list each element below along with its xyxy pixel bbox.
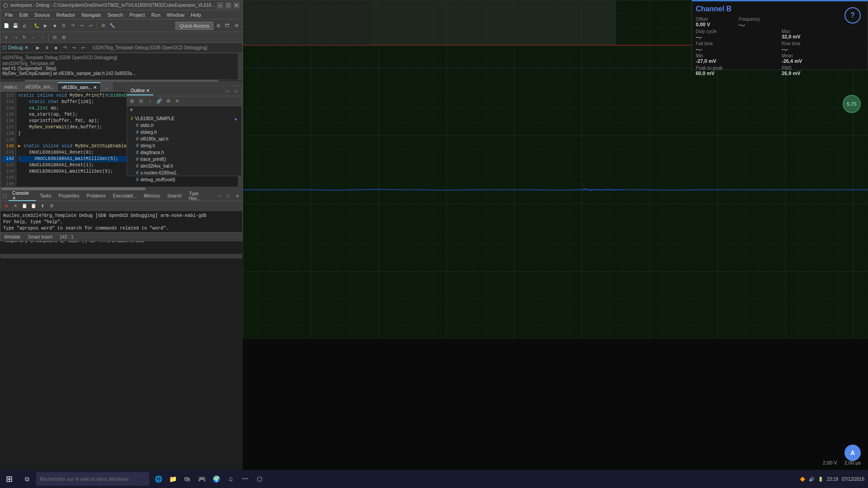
outline-max[interactable]: □ [232,87,241,95]
tb2-5[interactable]: → [38,33,47,42]
tab-outline[interactable]: Outline ✕ [127,87,153,95]
tab-console[interactable]: Console ✕ [9,191,36,201]
ot-2[interactable]: ⊟ [137,97,145,105]
console-max[interactable]: □ [224,192,232,200]
ot-1[interactable]: ⊞ [128,97,136,105]
console-scroll[interactable]: ⬇ [38,202,47,210]
taskbar-chrome[interactable]: 🌍 [211,474,222,484]
tab-properties[interactable]: Properties [55,191,83,201]
menu-help[interactable]: Help [188,11,204,19]
tab-vl6180x-sam[interactable]: vl6180x_sam... ✕ [58,82,101,91]
tb-save[interactable]: 💾 [11,22,19,30]
menu-search[interactable]: Search [105,11,126,19]
tab-executabl[interactable]: Executabl... [109,191,140,201]
tb-stop[interactable]: ■ [51,22,59,30]
outline-item-nucleo[interactable]: # x-nucleo-6180xa1. [129,169,240,176]
taskbar-explorer[interactable]: 📁 [167,474,178,484]
console-clear[interactable]: ✕ [11,202,19,210]
console-min[interactable]: ─ [215,192,223,200]
minimize-button[interactable]: ─ [217,2,223,9]
outline-item-string[interactable]: # string.h [129,142,240,149]
ot-6[interactable]: ✕ [173,97,181,105]
taskbar-game[interactable]: 🎮 [196,474,207,484]
tb2-expand[interactable]: ⊞ [60,33,68,42]
outline-item-vl6180x-api[interactable]: # vl6180x_api.h [129,136,240,142]
tb-new[interactable]: 📄 [2,22,10,30]
tb-build[interactable]: ⚙ [99,22,107,30]
horizontal-scrollbar[interactable] [0,187,242,191]
db-resume[interactable]: ▶ [34,44,42,52]
db-stop[interactable]: ■ [52,44,60,52]
outline-item-stdarg[interactable]: # stdarg.h [129,129,240,136]
ot-5[interactable]: ⚙ [164,97,172,105]
menu-file[interactable]: File [2,11,16,19]
tab-memory[interactable]: Memory [140,191,164,201]
outline-item-diag[interactable]: # diag\trace.h [129,149,240,156]
maximize-button[interactable]: □ [225,2,231,9]
menu-edit[interactable]: Edit [17,11,31,19]
taskbar-music[interactable]: ♫ [225,474,236,484]
outline-item-debug[interactable]: # debug_stuff(void) [129,176,240,183]
db-suspend[interactable]: ⏸ [43,44,51,52]
db-step[interactable]: ↷ [61,44,69,52]
tab-tasks[interactable]: Tasks [36,191,55,201]
tb2-2[interactable]: ↑↓ [11,33,19,42]
tab-type-hier[interactable]: Type Hier... [185,191,214,201]
taskbar-edge[interactable]: 🌐 [153,474,164,484]
scale-indicator-circle[interactable]: 5,75 [843,95,861,113]
tb-step[interactable]: ↷ [69,22,77,30]
outline-collapse[interactable]: ─ [223,87,231,95]
tab-search[interactable]: Search [164,191,185,201]
taskbar-ide[interactable]: ⬡ [254,474,265,484]
tb2-4[interactable]: ← [29,33,38,42]
tb-persp[interactable]: 🗔 [223,22,231,30]
console-stop[interactable]: ■ [2,202,10,210]
tb-print[interactable]: 🖨 [20,22,28,30]
taskbar-search-input[interactable] [36,472,149,486]
console-paste[interactable]: 📋 [29,202,38,210]
taskbar-task-view[interactable]: ⧉ [22,474,33,484]
ot-4[interactable]: 🔗 [155,97,163,105]
outline-item-trace[interactable]: # trace_printf() [129,156,240,163]
tab-vl6180x-sim[interactable]: vl6180x_sim... [21,82,58,91]
menu-source[interactable]: Source [32,11,53,19]
start-button[interactable]: ⊞ [0,470,18,488]
menu-navigate[interactable]: Navigate [79,11,104,19]
console-copy[interactable]: 📋 [20,202,28,210]
avatar-button[interactable]: A [844,445,861,461]
collapse-icon[interactable]: ▼ [129,107,134,113]
tb-settings[interactable]: ⚙ [232,22,241,30]
outline-item-VL6180X[interactable]: # VL6180X_SAMPLE ▲ [129,115,240,122]
quick-access-button[interactable]: Quick Access [175,22,213,30]
taskbar-wave[interactable]: 〰 [240,474,250,484]
outline-item-stdio[interactable]: # stdio.h [129,122,240,129]
tb-over[interactable]: ↪ [78,22,86,30]
tab-problems[interactable]: Problems [83,191,109,201]
menu-refactor[interactable]: Refactor [54,11,78,19]
help-button[interactable]: ? [844,7,861,23]
tb-return[interactable]: ↩ [87,22,95,30]
hscroll-thumb[interactable] [1,188,146,190]
tb-run[interactable]: ▶ [42,22,50,30]
tb-clean[interactable]: 🔧 [108,22,116,30]
menu-window[interactable]: Window [164,11,187,19]
menu-project[interactable]: Project [127,11,147,19]
console-close[interactable]: ✕ [233,192,241,200]
tb2-1[interactable]: ≡ [2,33,10,42]
tb2-3[interactable]: ↻ [20,33,28,42]
tab-main-c[interactable]: main.c [0,82,21,91]
console-scrollbar[interactable] [0,254,242,258]
tb-debug[interactable]: 🐛 [33,22,41,30]
db-over[interactable]: ↪ [70,44,78,52]
tb2-collapse[interactable]: ⊟ [51,33,59,42]
ot-3[interactable]: ↕ [146,97,154,105]
close-button[interactable]: ✕ [233,2,240,9]
menu-run[interactable]: Run [149,11,163,19]
tb-views[interactable]: ⊞ [214,22,222,30]
console-settings[interactable]: ⚙ [47,202,56,210]
db-return[interactable]: ↩ [79,44,87,52]
tab-more[interactable]: ... [101,82,112,91]
outline-item-hal[interactable]: # stm32l4xx_hal.h [129,163,240,169]
taskbar-store[interactable]: 🛍 [182,474,193,484]
vars-scrollbar[interactable] [238,53,242,80]
